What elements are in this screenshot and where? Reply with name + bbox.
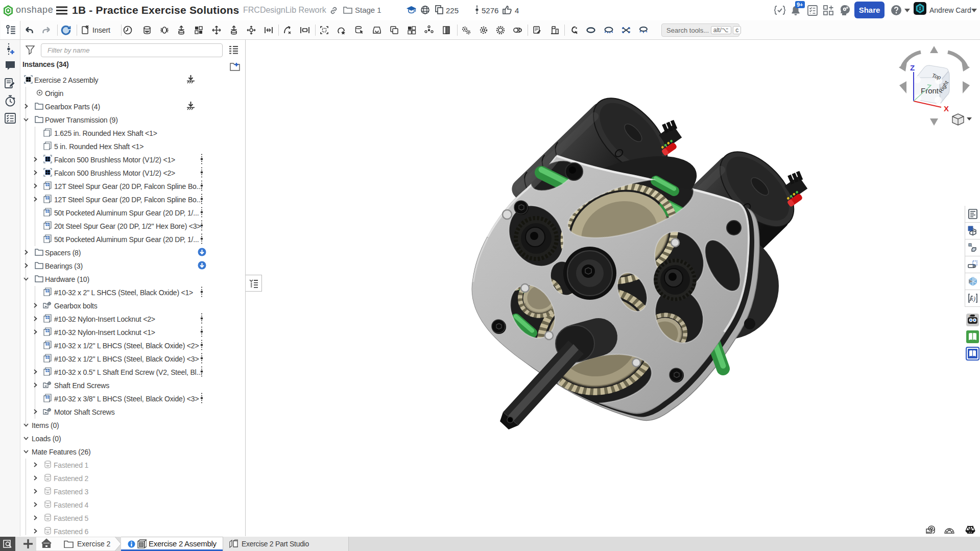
svg-text:●●: ●● [969,314,972,317]
svg-text:X: X [944,104,949,113]
svg-text:Front: Front [921,86,939,95]
svg-text:Z: Z [910,63,915,72]
